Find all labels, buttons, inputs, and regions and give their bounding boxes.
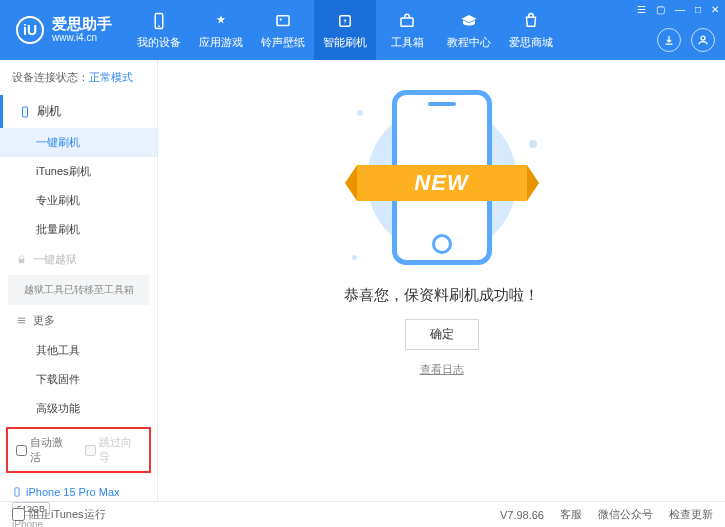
group-label: 一键越狱 [33, 252, 77, 267]
picture-icon [273, 11, 293, 31]
download-button[interactable] [657, 28, 681, 52]
main-nav: 我的设备 应用游戏 铃声壁纸 智能刷机 工具箱 教程中心 爱思商城 [128, 0, 562, 60]
svg-rect-7 [23, 107, 28, 117]
menu-icon[interactable]: ☰ [635, 2, 648, 17]
success-message: 恭喜您，保资料刷机成功啦！ [344, 286, 539, 305]
sidebar-pro-flash[interactable]: 专业刷机 [0, 186, 157, 215]
ok-button[interactable]: 确定 [405, 319, 479, 350]
phone-icon [149, 11, 169, 31]
flash-icon [335, 11, 355, 31]
nav-label: 爱思商城 [509, 35, 553, 50]
phone-icon [12, 485, 22, 499]
sidebar-download-fw[interactable]: 下载固件 [0, 365, 157, 394]
nav-label: 教程中心 [447, 35, 491, 50]
svg-rect-2 [277, 15, 289, 25]
sidebar-jailbreak-note: 越狱工具已转移至工具箱 [8, 275, 149, 305]
device-name[interactable]: iPhone 15 Pro Max [12, 485, 145, 499]
list-icon [16, 315, 27, 326]
skin-icon[interactable]: ▢ [654, 2, 667, 17]
block-itunes-checkbox[interactable]: 阻止iTunes运行 [12, 507, 106, 522]
nav-label: 智能刷机 [323, 35, 367, 50]
app-url: www.i4.cn [52, 31, 112, 44]
footer-support-link[interactable]: 客服 [560, 507, 582, 522]
sidebar-other-tools[interactable]: 其他工具 [0, 336, 157, 365]
sidebar-advanced[interactable]: 高级功能 [0, 394, 157, 423]
svg-point-6 [701, 36, 705, 40]
group-label: 更多 [33, 313, 55, 328]
connection-status: 设备连接状态：正常模式 [0, 60, 157, 95]
nav-apps[interactable]: 应用游戏 [190, 0, 252, 60]
nav-label: 工具箱 [391, 35, 424, 50]
lock-icon [16, 254, 27, 265]
svg-rect-12 [15, 488, 19, 496]
nav-label: 铃声壁纸 [261, 35, 305, 50]
shop-icon [521, 11, 541, 31]
footer-update-link[interactable]: 检查更新 [669, 507, 713, 522]
nav-label: 应用游戏 [199, 35, 243, 50]
sidebar-one-key-flash[interactable]: 一键刷机 [0, 128, 157, 157]
apps-icon [211, 11, 231, 31]
view-log-link[interactable]: 查看日志 [420, 362, 464, 377]
version-label: V7.98.66 [500, 509, 544, 521]
skip-guide-checkbox[interactable]: 跳过向导 [85, 435, 142, 465]
lightning-icon [19, 106, 31, 118]
logo-badge: iU [16, 16, 44, 44]
nav-tutorial[interactable]: 教程中心 [438, 0, 500, 60]
options-highlight-box: 自动激活 跳过向导 [6, 427, 151, 473]
toolbox-icon [397, 11, 417, 31]
sidebar-group-more[interactable]: 更多 [0, 305, 157, 336]
nav-flash[interactable]: 智能刷机 [314, 0, 376, 60]
main-content: NEW 恭喜您，保资料刷机成功啦！ 确定 查看日志 [158, 60, 725, 501]
sidebar: 设备连接状态：正常模式 刷机 一键刷机 iTunes刷机 专业刷机 批量刷机 一… [0, 60, 158, 501]
nav-toolbox[interactable]: 工具箱 [376, 0, 438, 60]
success-illustration: NEW [327, 90, 557, 270]
sidebar-batch-flash[interactable]: 批量刷机 [0, 215, 157, 244]
svg-rect-5 [401, 18, 413, 26]
graduation-icon [459, 11, 479, 31]
minimize-icon[interactable]: — [673, 2, 687, 17]
sidebar-group-flash[interactable]: 刷机 [0, 95, 157, 128]
maximize-icon[interactable]: □ [693, 2, 703, 17]
footer-wechat-link[interactable]: 微信公众号 [598, 507, 653, 522]
group-label: 刷机 [37, 103, 61, 120]
nav-my-device[interactable]: 我的设备 [128, 0, 190, 60]
sidebar-itunes-flash[interactable]: iTunes刷机 [0, 157, 157, 186]
user-button[interactable] [691, 28, 715, 52]
new-badge: NEW [357, 165, 527, 201]
nav-label: 我的设备 [137, 35, 181, 50]
sidebar-group-jailbreak: 一键越狱 [0, 244, 157, 275]
window-controls: ☰ ▢ — □ ✕ [635, 2, 721, 17]
svg-point-3 [280, 18, 282, 20]
logo: iU 爱思助手 www.i4.cn [0, 16, 128, 44]
svg-rect-8 [19, 259, 25, 263]
app-title: 爱思助手 [52, 16, 112, 31]
nav-shop[interactable]: 爱思商城 [500, 0, 562, 60]
nav-ringtone[interactable]: 铃声壁纸 [252, 0, 314, 60]
auto-activate-checkbox[interactable]: 自动激活 [16, 435, 73, 465]
header: iU 爱思助手 www.i4.cn 我的设备 应用游戏 铃声壁纸 智能刷机 工具… [0, 0, 725, 60]
header-right-buttons [657, 28, 715, 52]
close-icon[interactable]: ✕ [709, 2, 721, 17]
